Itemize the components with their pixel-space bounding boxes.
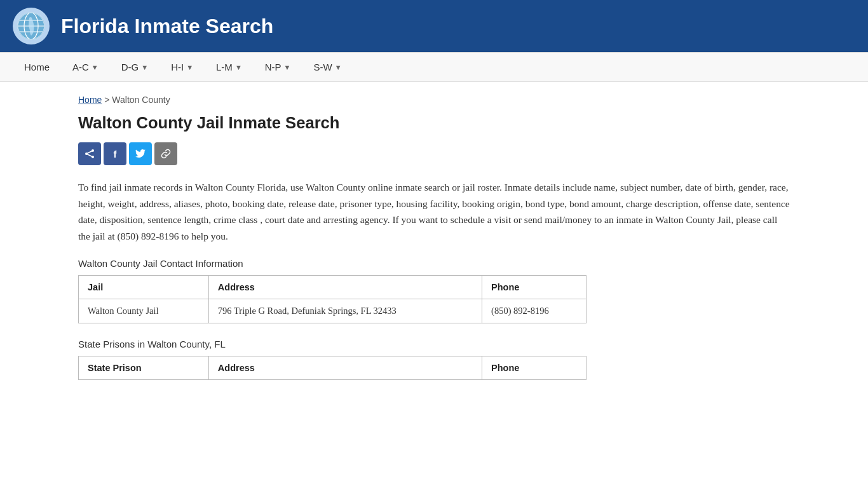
breadcrumb: Home > Walton County [78,95,790,105]
nav-sw[interactable]: S-W ▼ [302,53,353,81]
jail-phone: (850) 892-8196 [482,299,587,323]
main-content: Home > Walton County Walton County Jail … [59,82,809,414]
twitter-button[interactable] [129,142,152,165]
site-header: Florida Inmate Search [0,0,868,52]
prison-col-phone: Phone [482,356,587,380]
contact-table: Jail Address Phone Walton County Jail 79… [78,275,587,323]
nav-hi[interactable]: H-I ▼ [159,53,205,81]
copy-link-button[interactable] [154,142,177,165]
contact-col-phone: Phone [482,276,587,299]
navigation: Home A-C ▼ D-G ▼ H-I ▼ L-M ▼ N-P ▼ S-W ▼ [0,52,868,82]
prison-col-name: State Prison [79,356,209,380]
site-logo [13,8,50,44]
globe-icon [17,11,46,41]
nav-lm-arrow: ▼ [235,64,242,71]
contact-col-jail: Jail [79,276,209,299]
description-text: To find jail inmate records in Walton Co… [78,179,790,244]
facebook-icon: f [114,149,117,159]
table-row: Walton County Jail 796 Triple G Road, De… [79,299,587,323]
nav-np-arrow: ▼ [284,64,291,71]
page-title: Walton County Jail Inmate Search [78,114,790,132]
social-share-bar: f [78,142,790,165]
nav-dg-arrow: ▼ [141,64,148,71]
jail-name: Walton County Jail [79,299,209,323]
contact-col-address: Address [208,276,482,299]
prison-col-address: Address [208,356,482,380]
share-icon [85,149,95,159]
breadcrumb-home-link[interactable]: Home [78,95,102,105]
svg-line-9 [86,151,93,154]
breadcrumb-separator: > [104,95,112,105]
nav-lm[interactable]: L-M ▼ [205,53,254,81]
site-title: Florida Inmate Search [61,15,273,38]
share-button[interactable] [78,142,101,165]
nav-dg[interactable]: D-G ▼ [110,53,159,81]
prisons-section-label: State Prisons in Walton County, FL [78,339,790,349]
nav-ac[interactable]: A-C ▼ [61,53,110,81]
nav-ac-arrow: ▼ [92,64,98,71]
link-icon [161,149,171,159]
breadcrumb-current: Walton County [112,95,170,105]
facebook-button[interactable]: f [104,142,126,165]
nav-hi-arrow: ▼ [186,64,193,71]
nav-sw-arrow: ▼ [335,64,342,71]
nav-np[interactable]: N-P ▼ [254,53,302,81]
svg-line-10 [86,154,93,157]
contact-section-label: Walton County Jail Contact Information [78,258,790,269]
jail-address: 796 Triple G Road, Defuniak Springs, FL … [208,299,482,323]
nav-home[interactable]: Home [13,53,61,81]
twitter-icon [135,149,146,158]
prisons-table: State Prison Address Phone [78,356,587,380]
